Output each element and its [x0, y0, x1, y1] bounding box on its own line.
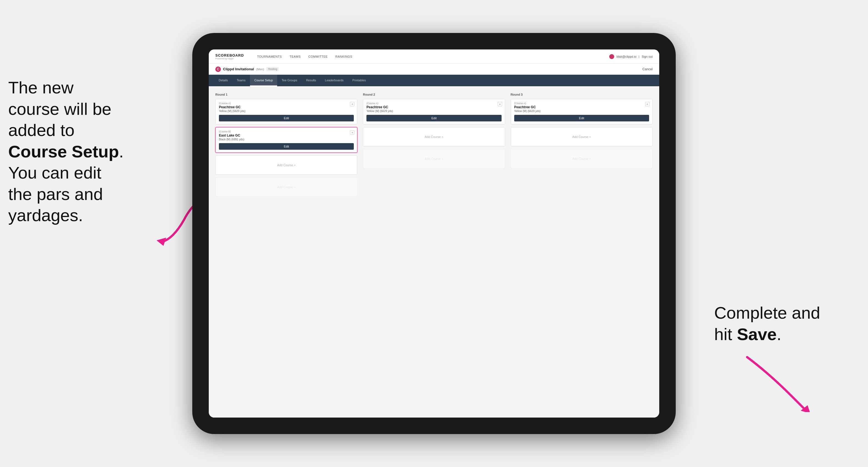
annotation-save: Save: [737, 325, 777, 344]
round2-course-a-edit-button[interactable]: Edit: [366, 115, 501, 121]
tab-bar: Details Teams Course Setup Tee Groups Re…: [209, 75, 659, 86]
annotation-line2: course will be: [8, 99, 112, 118]
tournament-info: C Clippd Invitational (Men) Hosting: [215, 66, 279, 72]
round-2-label: Round 2: [363, 93, 505, 96]
round-1-column: Round 1 × (Course A) Peachtree GC Yellow…: [215, 93, 358, 199]
tablet-screen: SCOREBOARD Powered by clippd TOURNAMENTS…: [209, 50, 659, 417]
round3-course-a-badge: (Course A): [514, 102, 649, 105]
annotation-right: Complete and hit Save.: [714, 302, 846, 345]
nav-rankings[interactable]: RANKINGS: [335, 55, 352, 58]
round1-course-b-card: × (Course B) East Lake GC Black (M) (689…: [215, 127, 358, 153]
round3-add-course-text-2: Add Course +: [572, 157, 591, 160]
round3-add-course-button[interactable]: Add Course +: [510, 127, 653, 147]
round-3-column: Round 3 × (Course A) Peachtree GC Yellow…: [510, 93, 653, 199]
annotation-line7: yardages.: [8, 206, 83, 225]
tablet-device: SCOREBOARD Powered by clippd TOURNAMENTS…: [192, 33, 676, 434]
round2-add-course-button-2: Add Course +: [363, 149, 505, 168]
round1-course-b-delete-icon[interactable]: ×: [350, 130, 354, 134]
round3-course-a-name: Peachtree GC: [514, 105, 649, 109]
round2-add-course-text: Add Course +: [425, 135, 443, 138]
annotation-line1: The new: [8, 78, 73, 97]
round3-course-a-details: Yellow (M) (6629 yds): [514, 110, 649, 113]
tournament-bar: C Clippd Invitational (Men) Hosting Canc…: [209, 64, 659, 75]
nav-committee[interactable]: COMMITTEE: [308, 55, 328, 58]
round3-add-course-button-2: Add Course +: [510, 149, 653, 168]
round3-add-course-text: Add Course +: [572, 135, 591, 138]
user-avatar: [609, 54, 614, 59]
tab-results[interactable]: Results: [302, 75, 320, 86]
round1-add-course-button[interactable]: Add Course +: [215, 155, 358, 175]
nav-right: blair@clippd.io | Sign out: [609, 54, 653, 59]
round2-add-course-text-2: Add Course +: [425, 157, 443, 160]
cancel-button[interactable]: Cancel: [643, 67, 653, 71]
round2-add-course-button[interactable]: Add Course +: [363, 127, 505, 147]
logo-area: SCOREBOARD Powered by clippd: [215, 53, 244, 60]
annotation-line6: the pars and: [8, 185, 103, 204]
round2-course-a-card: × (Course A) Peachtree GC Yellow (M) (66…: [363, 99, 505, 124]
round1-course-b-edit-button[interactable]: Edit: [219, 143, 354, 150]
round1-course-b-details: Black (M) (6891 yds): [219, 138, 354, 141]
tournament-gender: (Men): [256, 68, 264, 71]
tournament-name: Clippd Invitational: [223, 67, 254, 71]
round2-course-a-details: Yellow (M) (6629 yds): [366, 110, 501, 113]
annotation-right-line1: Complete and: [714, 303, 820, 322]
round1-course-a-badge: (Course A): [219, 102, 354, 105]
logo-text: SCOREBOARD: [215, 53, 244, 57]
round1-course-a-card: × (Course A) Peachtree GC Yellow (M) (66…: [215, 99, 358, 124]
tab-leaderboards[interactable]: Leaderboards: [320, 75, 348, 86]
sign-out-link[interactable]: Sign out: [642, 55, 653, 58]
annotation-line5: You can edit: [8, 163, 101, 182]
round2-course-a-name: Peachtree GC: [366, 105, 501, 109]
round1-course-a-details: Yellow (M) (6629 yds): [219, 110, 354, 113]
annotation-course-setup: Course Setup: [8, 142, 119, 161]
hosting-badge: Hosting: [266, 67, 279, 71]
round3-course-a-delete-icon[interactable]: ×: [645, 102, 650, 106]
nav-tournaments[interactable]: TOURNAMENTS: [257, 55, 282, 58]
top-nav: SCOREBOARD Powered by clippd TOURNAMENTS…: [209, 50, 659, 64]
arrow-right-icon: [742, 352, 813, 412]
round1-add-course-text-2: Add Course +: [277, 185, 296, 189]
round3-course-a-card: × (Course A) Peachtree GC Yellow (M) (66…: [510, 99, 653, 124]
round-2-column: Round 2 × (Course A) Peachtree GC Yellow…: [363, 93, 505, 199]
round1-course-b-name: East Lake GC: [219, 133, 354, 137]
annotation-line3: added to: [8, 121, 74, 139]
round-3-label: Round 3: [510, 93, 653, 96]
round1-course-a-name: Peachtree GC: [219, 105, 354, 109]
logo-sub: Powered by clippd: [215, 57, 244, 60]
tab-details[interactable]: Details: [214, 75, 232, 86]
rounds-container: Round 1 × (Course A) Peachtree GC Yellow…: [215, 93, 653, 199]
user-email: blair@clippd.io: [616, 55, 636, 58]
annotation-left: The new course will be added to Course S…: [8, 77, 162, 226]
tab-teams[interactable]: Teams: [232, 75, 250, 86]
round1-add-course-text: Add Course +: [277, 163, 296, 167]
round3-course-a-edit-button[interactable]: Edit: [514, 115, 649, 121]
round1-course-a-edit-button[interactable]: Edit: [219, 115, 354, 121]
nav-links: TOURNAMENTS TEAMS COMMITTEE RANKINGS: [257, 55, 601, 58]
round1-course-b-badge: (Course B): [219, 130, 354, 133]
tab-tee-groups[interactable]: Tee Groups: [277, 75, 302, 86]
round1-add-course-button-2: Add Course +: [215, 178, 358, 197]
tab-course-setup[interactable]: Course Setup: [250, 75, 277, 86]
clippd-logo: C: [215, 66, 221, 72]
svg-marker-0: [157, 238, 166, 246]
round2-course-a-delete-icon[interactable]: ×: [498, 102, 502, 106]
round2-course-a-badge: (Course A): [366, 102, 501, 105]
main-content: Round 1 × (Course A) Peachtree GC Yellow…: [209, 86, 659, 417]
round1-course-a-delete-icon[interactable]: ×: [350, 102, 354, 106]
tab-printables[interactable]: Printables: [348, 75, 370, 86]
nav-teams[interactable]: TEAMS: [289, 55, 301, 58]
round-1-label: Round 1: [215, 93, 358, 96]
